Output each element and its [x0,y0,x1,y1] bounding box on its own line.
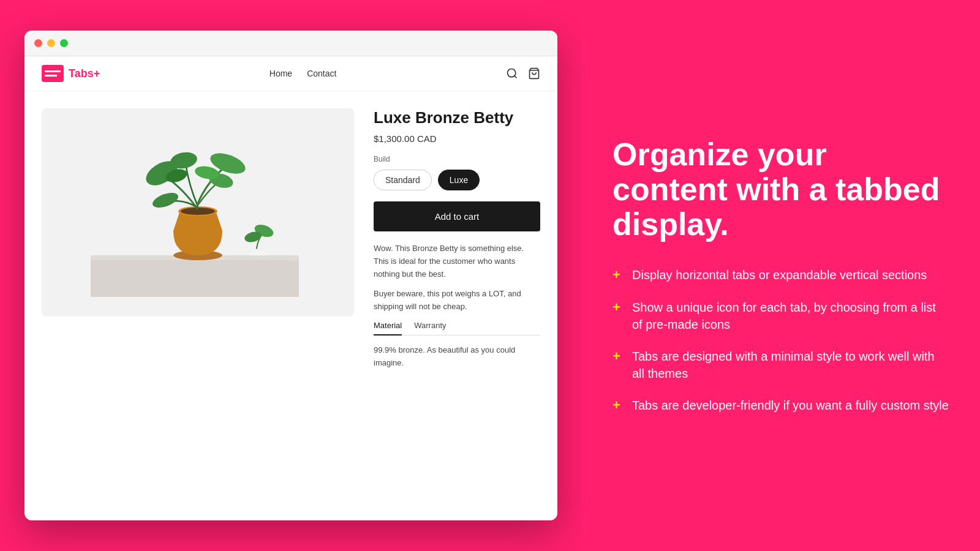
feature-text-3: Tabs are designed with a minimal style t… [632,348,949,382]
product-description-2: Buyer beware, this pot weighs a LOT, and… [374,288,540,313]
feature-plus-4: + [612,397,622,414]
svg-rect-19 [251,249,267,255]
variant-options: Standard Luxe [374,170,540,190]
store-actions [506,67,540,80]
svg-rect-5 [91,260,299,297]
nav-contact[interactable]: Contact [307,69,336,78]
tab-warranty[interactable]: Warranty [414,321,446,335]
product-area: Luxe Bronze Betty $1,300.00 CAD Build St… [24,91,557,501]
dot-red[interactable] [34,39,42,47]
product-details: Luxe Bronze Betty $1,300.00 CAD Build St… [374,108,540,484]
right-panel: Organize your content with a tabbed disp… [582,0,980,551]
browser-chrome [24,31,557,56]
feature-list: + Display horizontal tabs or expandable … [612,266,949,414]
left-panel: Tabs+ Home Contact [0,0,582,551]
search-button[interactable] [506,67,518,80]
feature-item-3: + Tabs are designed with a minimal style… [612,348,949,382]
search-icon [506,67,518,80]
browser-window: Tabs+ Home Contact [24,31,557,520]
store-nav: Home Contact [270,69,337,78]
store-header: Tabs+ Home Contact [24,56,557,91]
svg-line-1 [514,76,517,78]
product-tabs-nav: Material Warranty [374,321,540,335]
feature-text-2: Show a unique icon for each tab, by choo… [632,299,949,333]
store-logo: Tabs+ [42,65,100,82]
build-label: Build [374,155,540,163]
feature-item-1: + Display horizontal tabs or expandable … [612,266,949,284]
feature-plus-3: + [612,348,622,365]
headline: Organize your content with a tabbed disp… [612,137,949,242]
variant-luxe[interactable]: Luxe [438,170,480,190]
feature-plus-1: + [612,266,622,284]
product-title: Luxe Bronze Betty [374,108,540,127]
cart-icon [528,67,540,80]
feature-item-4: + Tabs are developer-friendly if you wan… [612,397,949,414]
feature-item-2: + Show a unique icon for each tab, by ch… [612,299,949,333]
product-image [42,108,354,317]
logo-icon [42,65,64,82]
cart-button[interactable] [528,67,540,80]
tab-material[interactable]: Material [374,321,402,335]
nav-home[interactable]: Home [270,69,292,78]
product-price: $1,300.00 CAD [374,133,540,144]
svg-point-0 [507,69,515,77]
variant-standard[interactable]: Standard [374,170,432,190]
product-description-1: Wow. This Bronze Betty is something else… [374,242,540,280]
add-to-cart-button[interactable]: Add to cart [374,201,540,231]
store-name: Tabs+ [69,67,100,80]
feature-text-4: Tabs are developer-friendly if you want … [632,397,949,414]
dot-yellow[interactable] [47,39,55,47]
dot-green[interactable] [60,39,68,47]
feature-plus-2: + [612,299,622,317]
tab-content: 99.9% bronze. As beautiful as you could … [374,344,540,370]
feature-text-1: Display horizontal tabs or expandable ve… [632,266,927,283]
plant-illustration [42,108,354,317]
